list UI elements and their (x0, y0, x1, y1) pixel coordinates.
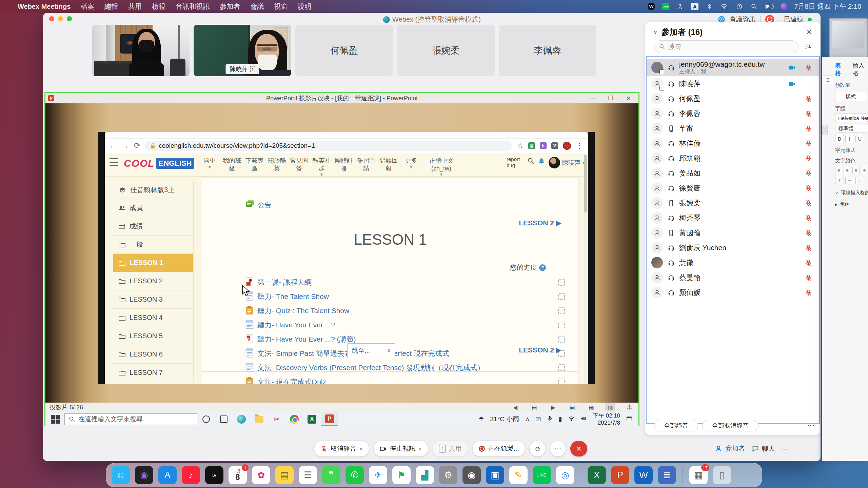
line-status-icon[interactable]: LINE (662, 3, 669, 10)
microphone-tray-icon[interactable] (547, 415, 553, 423)
sidebar-item-lesson-4[interactable]: LESSON 4 (113, 309, 194, 327)
zoom-window-button[interactable] (67, 16, 72, 21)
sort-icon[interactable] (804, 42, 812, 52)
participants-toggle-button[interactable]: 參加者 (715, 444, 745, 453)
reactions-button[interactable]: ☺ (530, 441, 545, 456)
sidebar-item-佳音翰林版3上[interactable]: 佳音翰林版3上 (113, 181, 194, 199)
dock-icon-messages[interactable]: ❞ (322, 466, 340, 484)
tab-cell[interactable]: 輸入格 (853, 62, 868, 77)
user-menu[interactable]: 陳曉萍 ▾ (549, 157, 585, 168)
dock-icon-reminders[interactable]: ☰ (299, 466, 317, 484)
participant-row[interactable]: 徐賢唐 (647, 181, 819, 196)
dock-icon-system-preferences[interactable]: ⚙ (439, 466, 457, 484)
chevron-down-icon[interactable]: ∨ (419, 446, 422, 451)
previous-slide-icon[interactable]: ◀ (510, 403, 520, 411)
participant-name-tile[interactable]: 李佩蓉 (499, 25, 596, 76)
sidebar-item-lesson-6[interactable]: LESSON 6 (113, 345, 194, 364)
mic-muted-icon[interactable] (802, 215, 814, 222)
bold-button[interactable]: B (835, 135, 844, 143)
participant-row[interactable]: 芊甯 (647, 121, 819, 136)
sidebar-item-lesson-7[interactable]: LESSON 7 (113, 364, 194, 382)
webex-status-icon[interactable]: W (648, 3, 655, 10)
mic-muted-icon[interactable] (802, 200, 814, 207)
participant-row[interactable]: 邱筑翎 (647, 151, 819, 166)
panel-options-button[interactable]: ⋯ (782, 445, 788, 453)
participant-row[interactable]: ↑jenny069@wagor.tc.edu.tw主持人，我 (647, 59, 819, 76)
snip-sketch-icon[interactable]: ✂ (268, 412, 285, 426)
taskbar-search-box[interactable]: 在這裡輸入文字來搜尋 (64, 413, 197, 425)
mute-all-button[interactable]: 全部靜音 (654, 420, 698, 431)
mic-muted-icon[interactable] (802, 244, 814, 251)
course-item-link[interactable]: 聽力- Quiz : The Talent Show (257, 306, 349, 316)
dock-icon-wps[interactable]: ≣ (658, 466, 676, 484)
grid-view-icon[interactable]: ▦ (586, 403, 596, 411)
weather-text[interactable]: 31°C 小雨 (490, 415, 519, 424)
participant-row[interactable]: 慧徹 (647, 255, 819, 270)
powerpoint-taskbar-icon[interactable]: P (321, 412, 338, 426)
dock-icon-pages[interactable]: ✎ (509, 466, 528, 484)
participant-row[interactable]: 蔡旻翰 (647, 270, 819, 285)
menubar-item[interactable]: 視窗 (274, 2, 288, 11)
forward-icon[interactable]: → (122, 141, 129, 150)
recording-button[interactable]: 正在錄製... (473, 441, 525, 456)
spotlight-icon[interactable] (750, 2, 758, 11)
notifications-bell-icon[interactable] (538, 158, 545, 166)
align-buttons-row1[interactable]: ≡≡≡≡ (835, 167, 868, 174)
chevron-down-icon[interactable]: ∨ (359, 446, 363, 451)
dock-icon-excel[interactable]: X (588, 466, 606, 484)
dock-icon-tv[interactable]: tv (205, 466, 223, 484)
chrome-taskbar-icon[interactable] (285, 412, 303, 426)
unmute-button[interactable]: 取消靜音∨ (314, 441, 369, 456)
participants-search-input[interactable]: 搜尋 (654, 40, 799, 53)
notes-icon[interactable]: ▤ (529, 403, 539, 411)
unmute-all-button[interactable]: 全部取消靜音 (702, 420, 758, 431)
file-explorer-icon[interactable] (250, 412, 268, 426)
sidebar-item-一般[interactable]: 一般 (113, 236, 194, 254)
siri-icon[interactable] (781, 3, 787, 10)
video-tile[interactable]: 陳曉萍↑ (194, 25, 291, 76)
close-window-button[interactable] (49, 16, 54, 21)
site-nav-item[interactable]: 更多▼ (400, 157, 421, 170)
site-nav-item[interactable]: 下載專區 (244, 157, 265, 172)
next-lesson-link-top[interactable]: LESSON 2 ▶ (519, 219, 561, 227)
close-panel-icon[interactable]: ✕ (806, 28, 812, 37)
completion-checkbox[interactable] (558, 293, 565, 300)
minimize-icon[interactable]: ─ (591, 95, 595, 102)
menubar-item[interactable]: 會議 (250, 2, 264, 11)
mic-muted-icon[interactable] (802, 110, 814, 117)
mic-muted-icon[interactable] (802, 259, 814, 266)
participant-row[interactable]: 李佩蓉 (647, 106, 819, 121)
participant-name-tile[interactable]: 張婉柔 (397, 25, 495, 76)
next-slide-icon[interactable]: ▶ (548, 403, 558, 411)
site-nav-item[interactable]: 團體註冊 (333, 157, 354, 172)
dock-icon-safari[interactable]: ✈ (369, 466, 387, 484)
mic-muted-icon[interactable] (802, 289, 814, 296)
font-weight-select[interactable]: 標準體 (835, 124, 868, 133)
style-button[interactable]: 樣式 (835, 92, 866, 101)
completion-checkbox[interactable] (558, 307, 565, 314)
report-bug-link[interactable]: report bug (507, 156, 524, 168)
menubar-item[interactable]: 說明 (298, 2, 311, 11)
collapse-panel-icon[interactable]: ⟨ (822, 125, 828, 135)
video-tile[interactable] (92, 25, 190, 76)
course-item-link[interactable]: 第一課- 課程大綱 (257, 278, 312, 287)
mic-muted-icon[interactable] (802, 125, 814, 132)
pen-icon[interactable]: ▣ (567, 403, 577, 411)
participant-name-tile[interactable]: 何佩盈 (295, 25, 393, 76)
help-icon[interactable]: ? (539, 264, 546, 271)
site-nav-item[interactable]: 國中▼ (199, 157, 220, 170)
minimize-window-button[interactable] (58, 16, 63, 21)
mic-muted-icon[interactable] (802, 274, 814, 281)
sidebar-item-lesson-2[interactable]: LESSON 2 (113, 272, 194, 290)
menubar-item[interactable]: 編輯 (104, 2, 118, 11)
site-nav-item[interactable]: 常見問答 (289, 157, 310, 172)
dock-icon-stocks[interactable]: ▟ (416, 466, 434, 484)
cast-icon[interactable]: ⎚ (536, 416, 540, 423)
participant-row[interactable]: 何佩盈 (647, 91, 819, 106)
completion-checkbox[interactable] (558, 379, 565, 384)
completion-checkbox[interactable] (558, 364, 565, 371)
site-nav-item[interactable]: 酷英社群▼ (311, 157, 332, 177)
dock-icon-calendar[interactable]: 7月81 (229, 466, 247, 484)
site-search-icon[interactable] (528, 158, 534, 166)
spacing-disclosure[interactable]: ▸ 間距 (835, 201, 868, 207)
